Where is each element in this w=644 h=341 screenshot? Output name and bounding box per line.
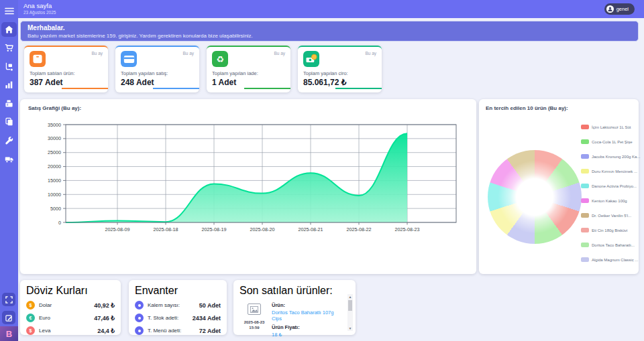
legend-item[interactable]: Danone Activia Probiyo... <box>581 184 640 188</box>
hand-truck-icon[interactable] <box>1 59 17 74</box>
svg-text:2025-08-22: 2025-08-22 <box>347 226 372 232</box>
svg-text:2025-08-23: 2025-08-23 <box>395 226 420 232</box>
currency-value: 47,46 ₺ <box>94 315 115 322</box>
stat-underline <box>62 88 108 89</box>
stat-period: Bu ay <box>182 51 194 56</box>
scroll-down-icon[interactable]: ▼ <box>347 326 353 330</box>
sales-area-chart[interactable]: 050001000015000200002500030000350002025-… <box>20 117 476 265</box>
dashboard-page: B Ana sayfa 23 Ağustos 2025 genel Merhab… <box>0 0 644 341</box>
legend-item[interactable]: Dr. Oetker Vanilin 5'l... <box>581 213 640 218</box>
cash-register-icon[interactable] <box>1 96 17 111</box>
last-sold-title: Son satılan ürünler: <box>239 285 350 297</box>
stat-underline <box>244 88 290 89</box>
stat-card-refunds: ♻ Bu ay Toplam yapılan iade: 1 Adet <box>207 46 290 92</box>
svg-text:35000: 35000 <box>48 122 61 128</box>
svg-text:15000: 15000 <box>48 178 61 184</box>
credit-card-icon <box>121 51 137 67</box>
dollar-icon: $ <box>26 301 35 310</box>
price-label: Ürün Fiyatı: <box>272 324 340 330</box>
user-menu-button[interactable]: genel <box>604 3 635 15</box>
legend-swatch <box>581 154 589 159</box>
scroll-up-icon[interactable]: ▲ <box>347 295 353 299</box>
legend-item[interactable]: Algida Magnum Classic ... <box>581 257 640 262</box>
svg-text:5000: 5000 <box>50 206 61 212</box>
currency-card: Döviz Kurları $ Dolar 40,92 ₺ € Euro 47,… <box>20 280 121 335</box>
legend-label: Coca-Cola 1L Pet Şişe <box>592 140 632 144</box>
legend-swatch <box>581 169 589 174</box>
top-products-donut-chart[interactable] <box>488 150 582 244</box>
inventory-value: 2434 Adet <box>193 315 221 322</box>
currency-title: Döviz Kurları <box>26 285 115 297</box>
legend-item[interactable]: Duru Kırmızı Mercimek ... <box>581 169 640 174</box>
legend-swatch <box>581 243 589 247</box>
inventory-value: 50 Adet <box>199 302 221 309</box>
fullscreen-icon[interactable] <box>2 293 15 306</box>
stat-value: 1 Adet <box>212 78 285 87</box>
bar-chart-icon[interactable] <box>1 77 17 92</box>
user-menu-label: genel <box>616 6 629 12</box>
stat-value: 248 Adet <box>121 78 194 87</box>
sales-chart-title: Satış Grafiği (Bu ay): <box>20 99 476 111</box>
legend-label: Jacobs Kronung 200g Ka... <box>592 155 640 159</box>
sidebar: B <box>0 0 18 341</box>
currency-row-leva: $ Leva 24,4 ₺ <box>26 326 115 335</box>
legend-item[interactable]: Coca-Cola 1L Pet Şişe <box>581 139 640 144</box>
stat-underline <box>153 88 199 89</box>
price-value: 18 ₺ <box>272 332 340 338</box>
svg-text:10000: 10000 <box>48 192 61 198</box>
welcome-banner: Merhabalar. Batu yazılım market sistemle… <box>20 21 639 42</box>
box-icon <box>30 51 46 67</box>
svg-text:2025-08-21: 2025-08-21 <box>299 226 323 232</box>
bullet-icon <box>135 301 144 310</box>
inventory-label: T. Stok adeti: <box>148 315 178 321</box>
legend-swatch <box>581 198 589 203</box>
legend-item[interactable]: Kenton Kakao 100g <box>581 198 640 203</box>
inventory-label: Kalem sayısı: <box>148 302 180 308</box>
currency-name: Euro <box>39 315 50 321</box>
home-icon[interactable] <box>1 22 17 37</box>
currency-name: Dolar <box>39 302 52 308</box>
legend-label: İçim Laktozsuz 1L Süt <box>592 125 631 129</box>
product-label: Ürün: <box>272 302 340 308</box>
scrollbar-thumb[interactable] <box>348 300 352 311</box>
truck-icon[interactable] <box>1 151 17 166</box>
svg-text:30000: 30000 <box>48 135 61 141</box>
stat-period: Bu ay <box>274 51 285 56</box>
svg-text:25000: 25000 <box>48 149 61 155</box>
inventory-card: Envanter Kalem sayısı: 50 Adet T. Stok a… <box>129 280 227 335</box>
stat-period: Bu ay <box>365 51 376 56</box>
legend-label: Kenton Kakao 100g <box>592 199 627 203</box>
app-logo[interactable]: B <box>0 326 18 341</box>
inventory-value: 72 Adet <box>199 328 221 334</box>
recycle-icon: ♻ <box>212 51 228 67</box>
svg-text:20000: 20000 <box>48 163 61 169</box>
currency-value: 40,92 ₺ <box>94 302 115 309</box>
legend-item[interactable]: Jacobs Kronung 200g Ka... <box>581 154 640 159</box>
edit-icon[interactable] <box>2 311 15 324</box>
stat-card-sales: Bu ay Toplam yapılan satış: 248 Adet <box>115 46 199 92</box>
product-link[interactable]: Doritos Taco Baharatlı 107g Cips <box>272 310 340 322</box>
menu-icon[interactable] <box>1 3 17 18</box>
legend-item[interactable]: İçim Laktozsuz 1L Süt <box>581 125 640 129</box>
page-date: 23 Ağustos 2025 <box>23 10 56 15</box>
stat-cards: Bu ay Toplam satılan ürün: 387 Adet Bu a… <box>24 46 382 92</box>
bullet-icon <box>135 314 144 322</box>
page-title: Ana sayfa <box>23 2 52 9</box>
cart-icon[interactable] <box>1 40 17 55</box>
stat-value: 387 Adet <box>30 78 103 87</box>
last-sold-card: Son satılan ürünler: 2025-08-2315:59 Ürü… <box>233 280 356 335</box>
legend-item[interactable]: Eti Cin 180g Bisküvi <box>581 228 640 232</box>
legend-label: Danone Activia Probiyo... <box>592 184 637 188</box>
image-placeholder-icon <box>248 303 261 315</box>
legend-item[interactable]: Doritos Taco Baharatlı... <box>581 243 640 247</box>
lev-icon: $ <box>26 326 35 335</box>
legend-swatch <box>581 139 589 144</box>
currency-row-dolar: $ Dolar 40,92 ₺ <box>26 301 115 310</box>
legend-label: Duru Kırmızı Mercimek ... <box>592 169 637 174</box>
scrollbar[interactable]: ▲ ▼ <box>347 294 353 331</box>
stat-period: Bu ay <box>91 51 103 56</box>
inventory-row: T. Stok adeti: 2434 Adet <box>135 314 221 322</box>
copy-icon[interactable] <box>1 114 17 129</box>
wrench-icon[interactable] <box>1 133 17 147</box>
currency-name: Leva <box>39 328 50 334</box>
